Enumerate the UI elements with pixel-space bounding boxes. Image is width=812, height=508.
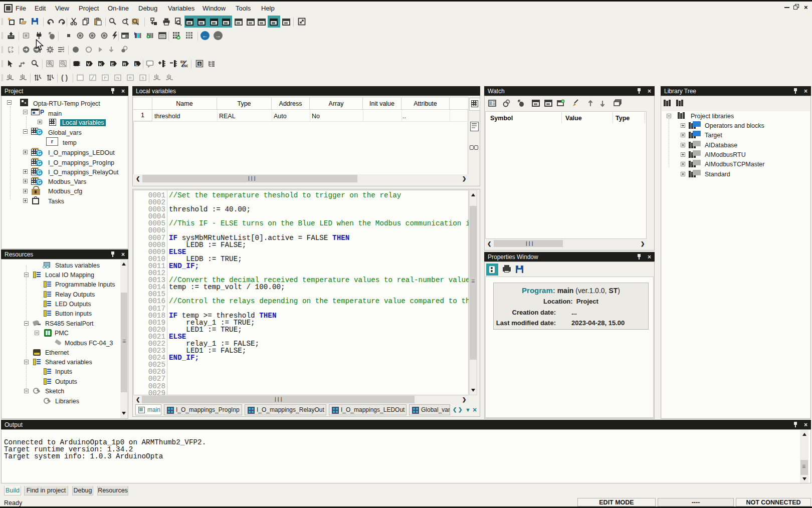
svg-text:N: N [116, 76, 119, 80]
svg-text:P: P [104, 76, 106, 80]
svg-text:R: R [123, 62, 126, 67]
svg-text:S: S [141, 76, 144, 80]
svg-text:R: R [129, 76, 132, 80]
svg-text:L: L [135, 62, 138, 67]
svg-text:K: K [99, 62, 102, 67]
svg-text:ENO: ENO [182, 64, 188, 68]
svg-text:S: S [198, 62, 201, 66]
svg-text:E: E [111, 62, 114, 67]
svg-text:( ): ( ) [61, 74, 68, 82]
svg-text:V: V [87, 62, 90, 67]
